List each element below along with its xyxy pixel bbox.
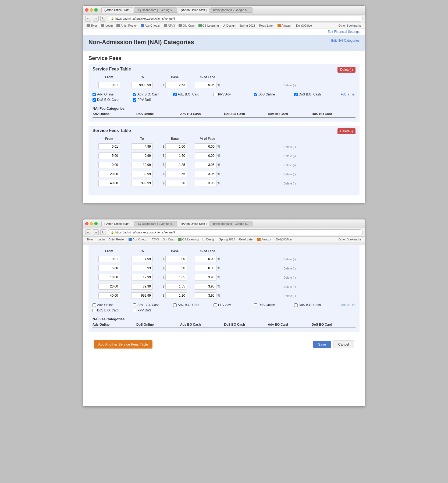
delete-tier-2-0-link[interactable]: Delete (-) [283,145,296,148]
base-input-2-0[interactable] [165,143,187,150]
tab-afton-1-b[interactable]: ()Afton Office Staff | [101,221,133,226]
bookmark-acct-choozr[interactable]: AcctChoozr [139,24,161,27]
tab-afton-2-b[interactable]: ()Afton Office Staff | [178,221,209,226]
pct-c-2[interactable] [195,274,216,280]
delete-tier-2-1-link[interactable]: Delete (-) [283,154,296,158]
back-button-2[interactable]: ← [85,229,91,235]
bookmark-dell-2[interactable]: Dell@Office [275,237,293,241]
address-bar[interactable]: 🔒 https://admin.aftontickets.com/clients… [108,16,363,22]
checkbox-dos-bo-card-1[interactable]: DoS B.O. Card [93,98,127,102]
to-c-0[interactable] [131,256,153,262]
to-c-3[interactable] [131,283,153,290]
pct-c-0[interactable] [195,256,216,262]
from-input-1-0[interactable] [98,82,120,88]
base-input-2-2[interactable] [165,162,187,168]
forward-button[interactable]: → [93,16,99,22]
bookmark-other[interactable]: Other Bookmarks [337,24,363,27]
checkbox-ppv-dos-2[interactable]: PPV DoS [133,308,168,312]
base-c-2[interactable] [165,274,187,280]
from-input-2-0[interactable] [98,143,120,150]
from-c-3[interactable] [98,283,120,290]
to-input-1-0[interactable] [131,82,153,88]
bookmark-ilogin[interactable]: iLogin [99,24,114,27]
add-tier-1-link[interactable]: Add a Tier [341,93,355,96]
close-button-2[interactable] [85,222,88,225]
add-service-fees-table-button[interactable]: Add Another Service Fees Table [94,340,152,349]
bookmark-spring-2013[interactable]: Spring 2013 [238,24,257,27]
to-input-2-1[interactable] [131,152,153,159]
bookmark-artist-roster-2[interactable]: Artist Roster [107,237,126,241]
checkbox-adv-online-2[interactable]: Adv. Online [93,303,127,307]
base-c-1[interactable] [165,265,187,271]
delete-tier-2-2-link[interactable]: Delete (-) [283,164,296,167]
bookmark-ilogin-2[interactable]: iLogin [95,237,106,241]
from-c-2[interactable] [98,274,120,280]
delete-tier-1-0-link[interactable]: Delete (-) [283,84,296,87]
fullscreen-button-2[interactable] [94,222,98,225]
edit-nai-categories-link[interactable]: Edit NAI Categories [331,39,360,42]
to-c-1[interactable] [131,265,153,271]
bookmark-cs-learning-2[interactable]: CS Learning [177,237,200,241]
from-c-0[interactable] [98,256,120,262]
from-input-2-3[interactable] [98,171,120,177]
refresh-button-2[interactable]: ↻ [100,229,106,235]
fullscreen-button[interactable] [94,8,98,12]
tab-branx-b[interactable]: branx portland - Google S... [210,221,252,226]
pct-input-2-0[interactable] [195,143,216,150]
save-button[interactable]: Save [313,341,331,348]
delete-tier-c-0-link[interactable]: Delete (-) [283,258,296,261]
minimize-button[interactable] [90,8,93,12]
bookmark-dell-office[interactable]: Dell@Office [295,24,313,27]
bookmark-ui-design[interactable]: UI Design [221,24,237,27]
pct-c-1[interactable] [195,265,216,271]
delete-tier-c-1-link[interactable]: Delete (-) [283,267,296,270]
checkbox-dos-online-1[interactable]: DoS Online [254,93,289,96]
checkbox-adv-online-1[interactable]: Adv. Online [93,93,127,96]
bookmark-old-crap[interactable]: Old Crap [177,24,196,27]
checkbox-adv-bo-card-2[interactable]: Adv. B.O. Card [173,303,208,307]
pct-c-3[interactable] [195,283,216,290]
checkbox-ppv-dos-1[interactable]: PPV DoS [133,98,168,102]
base-c-0[interactable] [165,256,187,262]
checkbox-dos-bo-cash-1[interactable]: DoS B.O. Cash [294,93,329,96]
bookmark-ui-design-2[interactable]: UI Design [201,237,217,241]
pct-input-2-1[interactable] [195,152,216,159]
checkbox-dos-bo-card-2[interactable]: DoS B.O. Card [93,308,127,312]
delete-tier-2-3-link[interactable]: Delete (-) [283,173,296,176]
delete-tier-2-4-link[interactable]: Delete (-) [283,182,296,185]
bookmark-tixer[interactable]: Tixer [85,24,98,27]
bookmark-tixer-2[interactable]: Tixer [85,237,94,241]
checkbox-ppv-adv-2[interactable]: PPV Adv. [214,303,248,307]
bookmark-read-later-2[interactable]: Read Later [237,237,255,241]
bookmark-spring-2013-2[interactable]: Spring 2013 [218,237,236,241]
from-c-1[interactable] [98,265,120,271]
from-c-4[interactable] [98,292,120,299]
base-c-3[interactable] [165,283,187,290]
forward-button-2[interactable]: → [93,229,99,235]
bookmark-read-later[interactable]: Read Later [258,24,275,27]
cancel-button[interactable]: Cancel [333,340,354,348]
from-input-2-2[interactable] [98,162,120,168]
tab-branx[interactable]: branx portland - Google S... [210,7,252,13]
delete-table-2-button[interactable]: Delete(-) [337,128,355,134]
base-input-2-3[interactable] [165,171,187,177]
tab-hq[interactable]: HQ Dashboard | Evening §... [134,7,177,13]
tab-hq-b[interactable]: HQ Dashboard | Evening §... [134,221,177,226]
refresh-button[interactable]: ↻ [100,16,106,22]
pct-input-2-3[interactable] [195,171,216,177]
add-tier-2-link[interactable]: Add a Tier [341,303,355,307]
checkbox-adv-bo-cash-1[interactable]: Adv. B.O. Cash [133,93,168,96]
bookmark-acct-choozr-2[interactable]: AcctChoozr [127,237,149,241]
bookmark-atv3-2[interactable]: ATV3 [150,237,160,241]
bookmark-atv3[interactable]: ATV3 [162,24,176,27]
delete-tier-c-2-link[interactable]: Delete (-) [283,276,296,279]
bookmark-cs-learning[interactable]: CS Learning [197,24,220,27]
tab-afton-2[interactable]: ()Afton Office Staff | [178,7,209,13]
address-bar-2[interactable]: 🔒 https://admin.aftontickets.com/clients… [108,229,363,235]
close-button[interactable] [85,8,88,12]
checkbox-adv-bo-card-1[interactable]: Adv. B.O. Card [173,93,208,96]
checkbox-dos-bo-cash-2[interactable]: DoS B.O. Cash [294,303,329,307]
bookmark-amazon-2[interactable]: Amazon [256,237,273,241]
bookmark-amazon[interactable]: Amazon [276,24,294,27]
pct-input-2-2[interactable] [195,162,216,168]
